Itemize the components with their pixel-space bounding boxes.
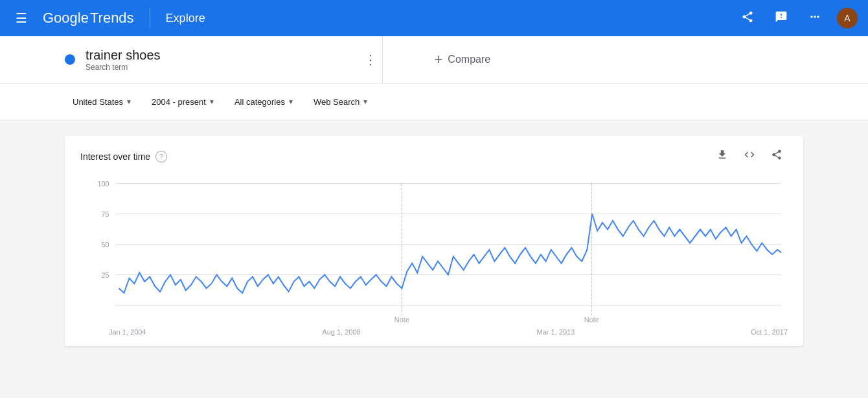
svg-text:25: 25 <box>102 271 109 279</box>
search-term-text-block: trainer shoes Search term <box>86 48 161 72</box>
location-chevron-icon: ▾ <box>127 97 131 106</box>
avatar[interactable]: A <box>837 8 858 28</box>
main-content: Interest over time ? 10 <box>0 120 868 362</box>
explore-label: Explore <box>166 12 205 25</box>
apps-nav-icon[interactable] <box>803 5 827 32</box>
share-nav-icon[interactable] <box>736 5 759 32</box>
search-term-main: trainer shoes <box>86 48 161 63</box>
location-label: United States <box>73 97 123 107</box>
search-term-type: Search term <box>86 63 161 72</box>
interest-over-time-card: Interest over time ? 10 <box>65 136 803 346</box>
chart-help-icon[interactable]: ? <box>155 151 167 162</box>
more-options-icon[interactable]: ⋮ <box>359 47 382 72</box>
x-label-2004: Jan 1, 2004 <box>109 328 146 336</box>
svg-text:50: 50 <box>102 240 109 248</box>
chart-download-icon[interactable] <box>711 146 733 166</box>
chart-area: 100 75 50 25 Note Note <box>65 177 803 326</box>
search-section: trainer shoes Search term ⋮ + Compare Un… <box>0 36 868 120</box>
location-filter[interactable]: United States ▾ <box>65 93 139 111</box>
chart-code-icon[interactable] <box>738 146 760 166</box>
svg-text:Note: Note <box>584 316 599 324</box>
x-label-2013: Mar 1, 2013 <box>537 328 575 336</box>
filters-bar: United States ▾ 2004 - present ▾ All cat… <box>0 83 868 120</box>
chart-share-icon[interactable] <box>766 146 788 166</box>
interest-chart-svg: 100 75 50 25 Note Note <box>80 177 788 326</box>
chart-title: Interest over time <box>80 151 150 162</box>
time-range-label: 2004 - present <box>152 97 206 107</box>
category-label: All categories <box>234 97 285 107</box>
compare-label: Compare <box>448 54 490 65</box>
time-range-filter[interactable]: 2004 - present ▾ <box>144 93 222 111</box>
compare-button[interactable]: + Compare <box>383 51 804 68</box>
nav-logo[interactable]: Google Trends <box>43 10 134 27</box>
search-type-chevron-icon: ▾ <box>363 97 367 106</box>
search-type-filter[interactable]: Web Search ▾ <box>306 93 375 111</box>
category-filter[interactable]: All categories ▾ <box>227 93 301 111</box>
svg-text:Note: Note <box>394 316 409 324</box>
svg-text:100: 100 <box>97 179 109 187</box>
svg-text:75: 75 <box>102 210 109 217</box>
feedback-nav-icon[interactable] <box>770 5 793 32</box>
compare-plus-icon: + <box>435 51 443 68</box>
x-label-2017: Oct 1, 2017 <box>751 328 788 336</box>
avatar-initial: A <box>844 13 850 23</box>
term-color-dot <box>65 54 75 65</box>
chart-x-labels: Jan 1, 2004 Aug 1, 2008 Mar 1, 2013 Oct … <box>65 326 803 346</box>
search-term-block: trainer shoes Search term ⋮ <box>65 36 382 83</box>
category-chevron-icon: ▾ <box>289 97 293 106</box>
time-range-chevron-icon: ▾ <box>210 97 214 106</box>
trends-wordmark: Trends <box>90 10 134 27</box>
search-type-label: Web Search <box>314 97 360 107</box>
x-label-2008: Aug 1, 2008 <box>322 328 360 336</box>
search-bar-container: trainer shoes Search term ⋮ + Compare <box>0 36 868 83</box>
chart-header: Interest over time ? <box>65 146 803 177</box>
google-wordmark: Google <box>43 10 89 27</box>
top-nav: ☰ Google Trends Explore A <box>0 0 868 36</box>
nav-divider <box>150 8 150 28</box>
menu-icon[interactable]: ☰ <box>10 5 32 31</box>
